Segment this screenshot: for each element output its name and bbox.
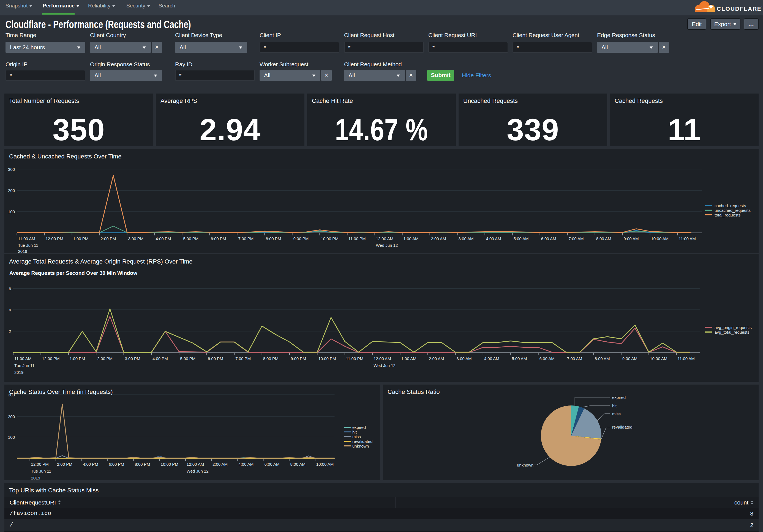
svg-text:11:00 AM: 11:00 AM bbox=[14, 356, 31, 361]
svg-text:7:00 AM: 7:00 AM bbox=[569, 236, 584, 241]
svg-text:11:00 AM: 11:00 AM bbox=[678, 356, 695, 361]
svg-text:11:00 AM: 11:00 AM bbox=[679, 236, 696, 241]
svg-text:1:00 PM: 1:00 PM bbox=[73, 236, 89, 241]
svg-text:11:00 PM: 11:00 PM bbox=[346, 356, 363, 361]
svg-text:12:00 AM: 12:00 AM bbox=[187, 462, 204, 467]
svg-text:unknown: unknown bbox=[517, 463, 533, 467]
svg-text:revalidated: revalidated bbox=[352, 439, 373, 444]
svg-text:4:00 AM: 4:00 AM bbox=[484, 356, 499, 361]
svg-text:Tue Jun 11: Tue Jun 11 bbox=[18, 243, 38, 248]
svg-text:100: 100 bbox=[8, 209, 15, 214]
svg-text:total_requests: total_requests bbox=[714, 213, 740, 217]
svg-text:Wed Jun 12: Wed Jun 12 bbox=[376, 243, 398, 248]
svg-text:11:00 AM: 11:00 AM bbox=[18, 236, 35, 241]
svg-text:8:00 AM: 8:00 AM bbox=[596, 236, 611, 241]
svg-text:2:00 AM: 2:00 AM bbox=[429, 356, 444, 361]
svg-text:Wed Jun 12: Wed Jun 12 bbox=[187, 469, 209, 474]
svg-text:7:00 PM: 7:00 PM bbox=[238, 236, 254, 241]
svg-text:6:00 PM: 6:00 PM bbox=[109, 462, 124, 467]
svg-text:1:00 AM: 1:00 AM bbox=[401, 356, 416, 361]
svg-text:12:00 PM: 12:00 PM bbox=[46, 236, 63, 241]
svg-text:expired: expired bbox=[612, 395, 626, 400]
svg-text:1:00 PM: 1:00 PM bbox=[70, 356, 85, 361]
svg-text:2019: 2019 bbox=[31, 476, 40, 480]
svg-text:6:00 AM: 6:00 AM bbox=[264, 462, 279, 467]
svg-text:9:00 PM: 9:00 PM bbox=[293, 236, 309, 241]
svg-text:2: 2 bbox=[9, 329, 11, 334]
svg-text:11:00 PM: 11:00 PM bbox=[349, 236, 366, 241]
svg-text:10:00 PM: 10:00 PM bbox=[318, 356, 336, 361]
svg-text:1:00 AM: 1:00 AM bbox=[403, 236, 419, 241]
svg-text:12:00 PM: 12:00 PM bbox=[31, 462, 49, 467]
svg-text:3:00 PM: 3:00 PM bbox=[128, 236, 144, 241]
svg-text:10:00 AM: 10:00 AM bbox=[316, 462, 334, 467]
svg-text:unknown: unknown bbox=[352, 444, 369, 448]
svg-text:2:00 AM: 2:00 AM bbox=[431, 236, 446, 241]
svg-text:5:00 PM: 5:00 PM bbox=[183, 236, 199, 241]
svg-text:Tue Jun 11: Tue Jun 11 bbox=[14, 363, 35, 368]
svg-text:9:00 PM: 9:00 PM bbox=[291, 356, 306, 361]
svg-text:8:00 AM: 8:00 AM bbox=[290, 462, 305, 467]
svg-text:miss: miss bbox=[352, 434, 361, 439]
svg-text:8:00 PM: 8:00 PM bbox=[266, 236, 281, 241]
svg-text:8:00 PM: 8:00 PM bbox=[263, 356, 278, 361]
svg-text:8:00 PM: 8:00 PM bbox=[135, 462, 150, 467]
svg-text:2:00 PM: 2:00 PM bbox=[101, 236, 116, 241]
svg-text:avg_total_requests: avg_total_requests bbox=[714, 330, 749, 334]
svg-text:2019: 2019 bbox=[18, 249, 27, 253]
svg-text:4:00 PM: 4:00 PM bbox=[156, 236, 171, 241]
svg-text:4:00 PM: 4:00 PM bbox=[153, 356, 168, 361]
svg-text:6:00 AM: 6:00 AM bbox=[539, 356, 555, 361]
svg-text:7:00 PM: 7:00 PM bbox=[235, 356, 251, 361]
svg-text:3:00 PM: 3:00 PM bbox=[125, 356, 140, 361]
svg-text:4:00 AM: 4:00 AM bbox=[238, 462, 254, 467]
svg-text:cached_requests: cached_requests bbox=[714, 203, 746, 208]
svg-text:hit: hit bbox=[612, 403, 617, 408]
svg-text:5:00 PM: 5:00 PM bbox=[180, 356, 195, 361]
svg-text:2019: 2019 bbox=[14, 370, 23, 375]
svg-text:6:00 AM: 6:00 AM bbox=[541, 236, 556, 241]
svg-text:3:00 AM: 3:00 AM bbox=[456, 356, 472, 361]
svg-text:Wed Jun 12: Wed Jun 12 bbox=[374, 363, 395, 368]
svg-text:5:00 AM: 5:00 AM bbox=[514, 236, 529, 241]
svg-text:9:00 AM: 9:00 AM bbox=[624, 236, 639, 241]
svg-text:uncached_requests: uncached_requests bbox=[714, 208, 751, 213]
svg-text:10:00 AM: 10:00 AM bbox=[650, 356, 667, 361]
svg-text:10:00 AM: 10:00 AM bbox=[651, 236, 669, 241]
svg-text:4: 4 bbox=[9, 308, 11, 312]
svg-text:7:00 AM: 7:00 AM bbox=[567, 356, 582, 361]
svg-text:expired: expired bbox=[352, 425, 366, 430]
svg-text:revalidated: revalidated bbox=[612, 425, 632, 429]
svg-text:6: 6 bbox=[9, 286, 11, 291]
svg-text:5:00 AM: 5:00 AM bbox=[512, 356, 527, 361]
svg-text:2:00 AM: 2:00 AM bbox=[212, 462, 228, 467]
svg-text:2:00 PM: 2:00 PM bbox=[97, 356, 113, 361]
svg-text:Tue Jun 11: Tue Jun 11 bbox=[31, 469, 51, 474]
svg-text:hit: hit bbox=[352, 430, 357, 434]
svg-text:4:00 AM: 4:00 AM bbox=[486, 236, 501, 241]
svg-text:6:00 PM: 6:00 PM bbox=[211, 236, 226, 241]
svg-text:300: 300 bbox=[8, 167, 15, 172]
svg-text:10:00 PM: 10:00 PM bbox=[321, 236, 339, 241]
svg-text:avg_origin_requests: avg_origin_requests bbox=[714, 325, 752, 330]
svg-text:12:00 AM: 12:00 AM bbox=[376, 236, 393, 241]
svg-text:6:00 PM: 6:00 PM bbox=[208, 356, 223, 361]
svg-text:10:00 PM: 10:00 PM bbox=[161, 462, 178, 467]
svg-text:miss: miss bbox=[612, 411, 621, 416]
svg-text:2:00 PM: 2:00 PM bbox=[57, 462, 72, 467]
svg-text:3:00 AM: 3:00 AM bbox=[459, 236, 474, 241]
svg-text:12:00 AM: 12:00 AM bbox=[374, 356, 391, 361]
svg-text:4:00 PM: 4:00 PM bbox=[83, 462, 98, 467]
svg-text:200: 200 bbox=[8, 188, 15, 193]
svg-text:12:00 PM: 12:00 PM bbox=[42, 356, 59, 361]
svg-text:200: 200 bbox=[8, 414, 15, 419]
svg-text:9:00 AM: 9:00 AM bbox=[622, 356, 637, 361]
svg-text:8:00 AM: 8:00 AM bbox=[595, 356, 610, 361]
svg-text:100: 100 bbox=[8, 435, 15, 440]
